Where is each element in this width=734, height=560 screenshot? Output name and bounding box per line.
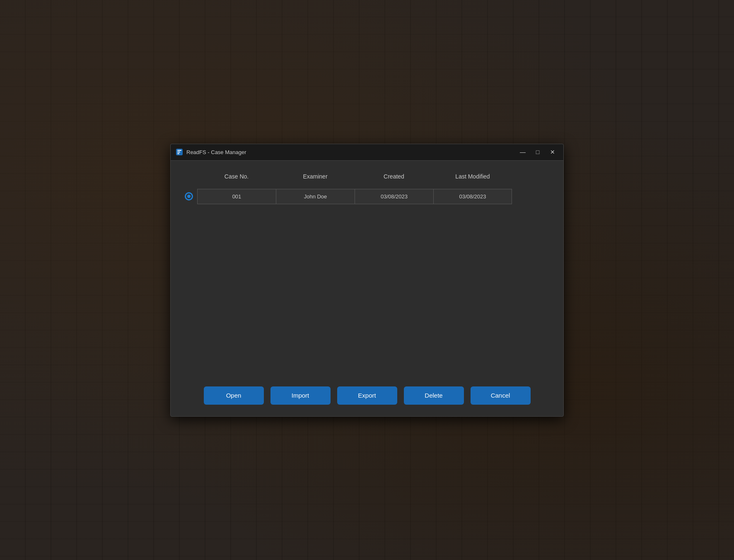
column-header-created: Created xyxy=(355,171,433,181)
table-body: 001 John Doe 03/08/2023 03/08/2023 xyxy=(181,189,553,204)
svg-rect-3 xyxy=(177,153,179,154)
titlebar-title: ReadFS - Case Manager xyxy=(186,149,517,155)
open-button[interactable]: Open xyxy=(204,386,264,405)
table-row[interactable]: 001 John Doe 03/08/2023 03/08/2023 xyxy=(181,189,553,204)
export-button[interactable]: Export xyxy=(337,386,397,405)
titlebar: ReadFS - Case Manager — □ ✕ xyxy=(171,144,563,161)
app-icon xyxy=(176,148,183,156)
delete-button[interactable]: Delete xyxy=(404,386,464,405)
column-header-last-modified: Last Modified xyxy=(433,171,512,181)
cell-created: 03/08/2023 xyxy=(355,189,433,204)
cell-last-modified: 03/08/2023 xyxy=(433,189,512,204)
cell-examiner: John Doe xyxy=(276,189,355,204)
svg-rect-1 xyxy=(177,150,181,151)
titlebar-controls: — □ ✕ xyxy=(517,147,558,157)
row-cells: 001 John Doe 03/08/2023 03/08/2023 xyxy=(197,189,512,204)
empty-area xyxy=(181,204,553,370)
svg-rect-2 xyxy=(177,152,180,152)
case-manager-dialog: ReadFS - Case Manager — □ ✕ Case No. Exa… xyxy=(170,144,564,417)
minimize-button[interactable]: — xyxy=(517,147,529,157)
column-header-case-no: Case No. xyxy=(197,171,276,181)
radio-button[interactable] xyxy=(185,192,193,200)
cell-case-no: 001 xyxy=(197,189,276,204)
close-button[interactable]: ✕ xyxy=(547,147,558,157)
maximize-button[interactable]: □ xyxy=(532,147,543,157)
table-header: Case No. Examiner Created Last Modified xyxy=(197,167,553,186)
dialog-content: Case No. Examiner Created Last Modified … xyxy=(171,161,563,377)
column-header-examiner: Examiner xyxy=(276,171,355,181)
cancel-button[interactable]: Cancel xyxy=(471,386,531,405)
import-button[interactable]: Import xyxy=(270,386,331,405)
footer-buttons: Open Import Export Delete Cancel xyxy=(171,377,563,416)
row-selector[interactable] xyxy=(181,192,197,200)
